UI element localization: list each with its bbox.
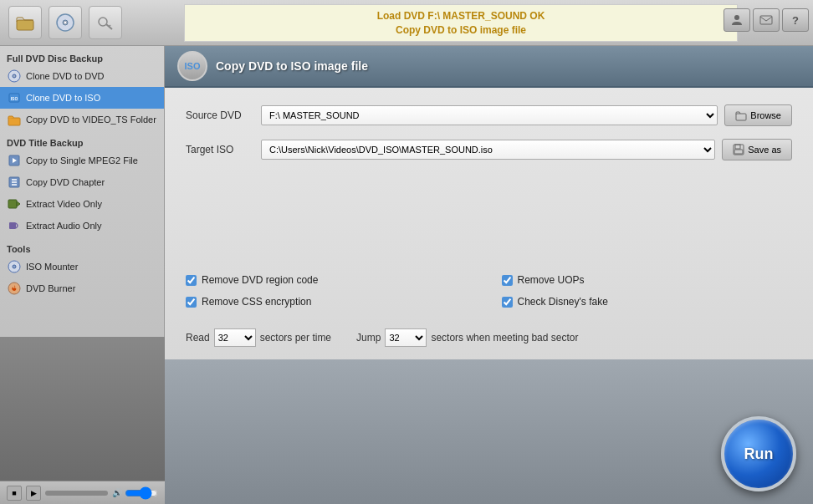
progress-bar[interactable] bbox=[45, 491, 108, 496]
svg-rect-26 bbox=[736, 114, 746, 120]
svg-point-10 bbox=[13, 74, 16, 78]
checkboxes-area: Remove DVD region code Remove UOPs Remov… bbox=[165, 266, 813, 316]
sidebar-item-extract-video[interactable]: Extract Video Only bbox=[0, 193, 164, 215]
iso-mounter-icon bbox=[7, 259, 22, 274]
svg-rect-20 bbox=[8, 200, 17, 208]
sidebar-label: Copy to Single MPEG2 File bbox=[26, 155, 138, 165]
help-button[interactable]: ? bbox=[782, 8, 809, 32]
sidebar-label: Extract Video Only bbox=[26, 199, 102, 209]
browse-button[interactable]: Browse bbox=[724, 104, 792, 126]
volume-icon: 🔊 bbox=[112, 488, 122, 497]
audio-icon bbox=[7, 218, 22, 233]
transport-bar: ■ ▶ 🔊 bbox=[0, 481, 165, 504]
volume-control: 🔊 bbox=[112, 488, 158, 498]
mpeg2-icon bbox=[7, 153, 22, 168]
status-bar: Load DVD F:\ MASTER_SOUND OK Copy DVD to… bbox=[184, 4, 738, 42]
source-dvd-row: Source DVD F:\ MASTER_SOUND Browse bbox=[186, 104, 792, 126]
content-area: ISO Copy DVD to ISO image file Source DV… bbox=[165, 46, 813, 504]
content-header-icon: ISO bbox=[177, 51, 207, 81]
top-right-buttons: ? bbox=[724, 8, 809, 32]
sidebar-label: DVD Burner bbox=[26, 283, 75, 293]
sidebar-item-dvd-burner[interactable]: DVD Burner bbox=[0, 277, 164, 299]
checkbox-remove-uops: Remove UOPs bbox=[502, 274, 793, 286]
target-iso-select[interactable]: C:\Users\Nick\Videos\DVD_ISO\MASTER_SOUN… bbox=[261, 140, 715, 160]
remove-css-checkbox[interactable] bbox=[186, 297, 197, 308]
dvd-button[interactable] bbox=[49, 6, 82, 39]
save-as-button[interactable]: Save as bbox=[722, 139, 792, 160]
browse-icon bbox=[735, 109, 747, 121]
sidebar-item-clone-dvd-to-dvd[interactable]: Clone DVD to DVD bbox=[0, 65, 164, 87]
stop-button[interactable]: ■ bbox=[7, 486, 22, 501]
sidebar-label: Copy DVD Chapter bbox=[26, 177, 105, 187]
sidebar-item-copy-single-mpeg2[interactable]: Copy to Single MPEG2 File bbox=[0, 150, 164, 171]
save-icon bbox=[733, 144, 744, 155]
jump-select[interactable]: 321684 bbox=[385, 328, 427, 347]
jump-suffix: sectors when meeting bad sector bbox=[431, 332, 578, 344]
source-label: Source DVD bbox=[186, 109, 261, 121]
read-select[interactable]: 321684 bbox=[214, 328, 256, 347]
sidebar-label: Clone DVD to ISO bbox=[26, 93, 100, 103]
section-title-dvd-title: DVD Title Backup bbox=[0, 135, 164, 150]
target-iso-row: Target ISO C:\Users\Nick\Videos\DVD_ISO\… bbox=[186, 139, 792, 160]
read-jump-row: Read 321684 sectors per time Jump 321684… bbox=[165, 316, 813, 359]
svg-rect-8 bbox=[760, 16, 772, 24]
dvd-icon bbox=[7, 69, 22, 84]
checkbox-remove-region: Remove DVD region code bbox=[186, 274, 477, 286]
top-toolbar: Load DVD F:\ MASTER_SOUND OK Copy DVD to… bbox=[0, 0, 813, 46]
iso-icon: ISO bbox=[7, 90, 22, 105]
content-header: ISO Copy DVD to ISO image file bbox=[165, 46, 813, 88]
svg-rect-0 bbox=[17, 20, 33, 30]
transport-section: ■ ▶ 🔊 bbox=[0, 337, 165, 504]
open-button[interactable] bbox=[8, 6, 42, 39]
user-button[interactable] bbox=[724, 8, 750, 32]
main-layout: Full DVD Disc Backup Clone DVD to DVD IS… bbox=[0, 46, 813, 504]
read-suffix: sectors per time bbox=[260, 332, 331, 344]
key-button[interactable] bbox=[89, 6, 122, 39]
sidebar-item-copy-dvd-to-vts[interactable]: Copy DVD to VIDEO_TS Folder bbox=[0, 109, 164, 130]
sidebar-label: Extract Audio Only bbox=[26, 221, 102, 231]
source-input-wrap: F:\ MASTER_SOUND Browse bbox=[261, 104, 792, 126]
remove-uops-label: Remove UOPs bbox=[518, 274, 585, 286]
email-button[interactable] bbox=[753, 8, 780, 32]
sidebar-item-clone-dvd-to-iso[interactable]: ISO Clone DVD to ISO bbox=[0, 87, 164, 109]
content-header-title: Copy DVD to ISO image file bbox=[216, 59, 368, 73]
video-icon bbox=[7, 196, 22, 211]
sidebar-item-extract-audio[interactable]: Extract Audio Only bbox=[0, 215, 164, 237]
burner-icon bbox=[7, 281, 22, 296]
run-button[interactable]: Run bbox=[721, 416, 796, 491]
play-button[interactable]: ▶ bbox=[26, 486, 41, 501]
checkbox-remove-css: Remove CSS encryption bbox=[186, 296, 477, 308]
remove-region-checkbox[interactable] bbox=[186, 275, 197, 286]
disney-label: Check Disney's fake bbox=[518, 296, 608, 308]
read-group: Read 321684 sectors per time bbox=[186, 328, 331, 347]
section-title-full-dvd: Full DVD Disc Backup bbox=[0, 50, 164, 65]
sidebar-label: Copy DVD to VIDEO_TS Folder bbox=[26, 115, 156, 125]
jump-label: Jump bbox=[356, 332, 381, 344]
svg-text:ISO: ISO bbox=[11, 96, 18, 101]
svg-point-7 bbox=[734, 15, 739, 20]
status-line2: Copy DVD to ISO image file bbox=[377, 23, 545, 38]
bottom-area: Run bbox=[165, 359, 813, 504]
folder-icon bbox=[7, 112, 22, 127]
form-content: Source DVD F:\ MASTER_SOUND Browse Targe… bbox=[165, 88, 813, 266]
svg-marker-21 bbox=[17, 201, 20, 206]
target-input-wrap: C:\Users\Nick\Videos\DVD_ISO\MASTER_SOUN… bbox=[261, 139, 792, 160]
read-label: Read bbox=[186, 332, 210, 344]
remove-uops-checkbox[interactable] bbox=[502, 275, 513, 286]
svg-rect-22 bbox=[9, 222, 16, 229]
sidebar-item-iso-mounter[interactable]: ISO Mounter bbox=[0, 256, 164, 277]
svg-rect-29 bbox=[734, 150, 743, 154]
target-label: Target ISO bbox=[186, 144, 261, 155]
jump-group: Jump 321684 sectors when meeting bad sec… bbox=[356, 328, 578, 347]
volume-slider[interactable] bbox=[125, 488, 158, 498]
checkbox-disney: Check Disney's fake bbox=[502, 296, 793, 308]
sidebar-item-copy-dvd-chapter[interactable]: Copy DVD Chapter bbox=[0, 171, 164, 193]
source-dvd-select[interactable]: F:\ MASTER_SOUND bbox=[261, 105, 718, 125]
remove-css-label: Remove CSS encryption bbox=[202, 296, 311, 308]
chapter-icon bbox=[7, 175, 22, 190]
svg-rect-28 bbox=[735, 145, 740, 149]
disney-checkbox[interactable] bbox=[502, 297, 513, 308]
svg-rect-13 bbox=[8, 118, 20, 125]
svg-point-4 bbox=[99, 18, 107, 26]
svg-line-6 bbox=[109, 25, 110, 27]
